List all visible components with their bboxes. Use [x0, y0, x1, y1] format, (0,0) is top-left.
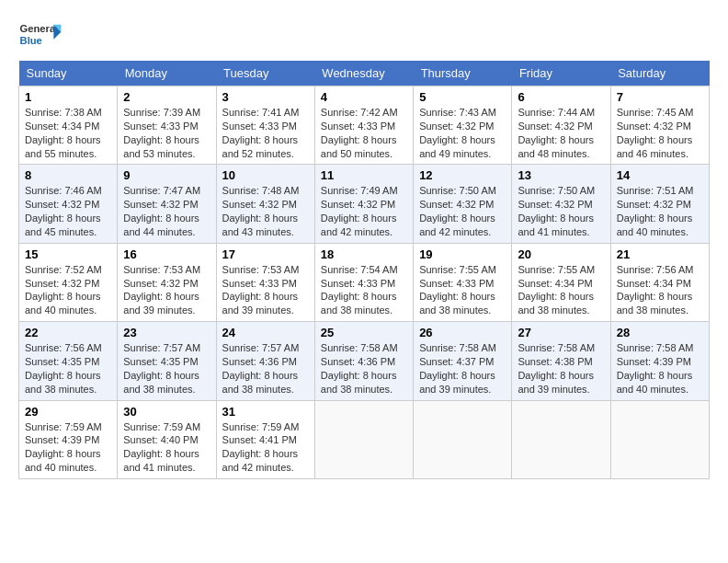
day-number: 25 [321, 326, 407, 339]
day-number: 13 [518, 168, 604, 182]
calendar-cell: 24 Sunrise: 7:57 AM Sunset: 4:36 PM Dayl… [216, 322, 314, 400]
day-number: 20 [518, 247, 604, 261]
calendar-cell: 6 Sunrise: 7:44 AM Sunset: 4:32 PM Dayli… [512, 86, 610, 165]
calendar-cell: 9 Sunrise: 7:47 AM Sunset: 4:32 PM Dayli… [118, 165, 216, 243]
weekday-header-thursday: Thursday [414, 61, 512, 86]
calendar-cell: 8 Sunrise: 7:46 AM Sunset: 4:32 PM Dayli… [19, 165, 118, 243]
calendar-cell: 26 Sunrise: 7:58 AM Sunset: 4:37 PM Dayl… [414, 322, 512, 400]
day-info: Sunrise: 7:52 AM Sunset: 4:32 PM Dayligh… [25, 264, 102, 316]
day-info: Sunrise: 7:56 AM Sunset: 4:35 PM Dayligh… [25, 342, 102, 395]
day-number: 29 [25, 405, 111, 419]
day-info: Sunrise: 7:55 AM Sunset: 4:34 PM Dayligh… [518, 264, 595, 316]
day-number: 24 [222, 326, 309, 339]
calendar-cell: 19 Sunrise: 7:55 AM Sunset: 4:33 PM Dayl… [414, 243, 512, 321]
day-info: Sunrise: 7:55 AM Sunset: 4:33 PM Dayligh… [419, 264, 496, 316]
day-info: Sunrise: 7:54 AM Sunset: 4:33 PM Dayligh… [321, 264, 398, 316]
day-number: 14 [617, 168, 703, 182]
day-info: Sunrise: 7:45 AM Sunset: 4:32 PM Dayligh… [617, 107, 694, 159]
day-number: 16 [123, 247, 210, 261]
calendar-cell: 14 Sunrise: 7:51 AM Sunset: 4:32 PM Dayl… [610, 165, 709, 243]
calendar-cell: 1 Sunrise: 7:38 AM Sunset: 4:34 PM Dayli… [19, 86, 118, 165]
day-info: Sunrise: 7:41 AM Sunset: 4:33 PM Dayligh… [222, 107, 300, 159]
calendar-cell: 31 Sunrise: 7:59 AM Sunset: 4:41 PM Dayl… [216, 400, 314, 478]
weekday-header-sunday: Sunday [19, 61, 118, 86]
calendar-cell: 23 Sunrise: 7:57 AM Sunset: 4:35 PM Dayl… [118, 322, 216, 400]
day-number: 30 [123, 405, 210, 419]
calendar-cell: 17 Sunrise: 7:53 AM Sunset: 4:33 PM Dayl… [216, 243, 314, 321]
day-number: 31 [222, 405, 309, 419]
day-number: 10 [222, 168, 309, 182]
day-info: Sunrise: 7:58 AM Sunset: 4:39 PM Dayligh… [617, 342, 694, 395]
calendar-cell [414, 400, 512, 478]
weekday-header-wednesday: Wednesday [314, 61, 413, 86]
day-number: 2 [123, 90, 210, 104]
day-number: 5 [419, 90, 506, 104]
day-number: 19 [419, 247, 506, 261]
calendar-cell [610, 400, 709, 478]
day-number: 11 [321, 168, 407, 182]
day-info: Sunrise: 7:47 AM Sunset: 4:32 PM Dayligh… [123, 185, 200, 237]
day-info: Sunrise: 7:58 AM Sunset: 4:38 PM Dayligh… [518, 342, 595, 395]
calendar-cell: 11 Sunrise: 7:49 AM Sunset: 4:32 PM Dayl… [314, 165, 413, 243]
day-info: Sunrise: 7:42 AM Sunset: 4:33 PM Dayligh… [321, 107, 398, 159]
calendar-cell: 27 Sunrise: 7:58 AM Sunset: 4:38 PM Dayl… [512, 322, 610, 400]
calendar-cell: 4 Sunrise: 7:42 AM Sunset: 4:33 PM Dayli… [314, 86, 413, 165]
day-number: 8 [25, 168, 111, 182]
svg-text:Blue: Blue [20, 35, 42, 46]
day-number: 27 [518, 326, 604, 339]
day-number: 23 [123, 326, 210, 339]
day-number: 12 [419, 168, 506, 182]
day-number: 6 [518, 90, 604, 104]
day-number: 3 [222, 90, 309, 104]
day-info: Sunrise: 7:53 AM Sunset: 4:33 PM Dayligh… [222, 264, 300, 316]
day-info: Sunrise: 7:59 AM Sunset: 4:41 PM Dayligh… [222, 421, 300, 474]
calendar-cell: 30 Sunrise: 7:59 AM Sunset: 4:40 PM Dayl… [118, 400, 216, 478]
calendar-cell: 21 Sunrise: 7:56 AM Sunset: 4:34 PM Dayl… [610, 243, 709, 321]
day-number: 21 [617, 247, 703, 261]
day-info: Sunrise: 7:39 AM Sunset: 4:33 PM Dayligh… [123, 107, 200, 159]
calendar-cell: 16 Sunrise: 7:53 AM Sunset: 4:32 PM Dayl… [118, 243, 216, 321]
calendar-table: SundayMondayTuesdayWednesdayThursdayFrid… [18, 61, 710, 479]
day-number: 4 [321, 90, 407, 104]
calendar-cell: 15 Sunrise: 7:52 AM Sunset: 4:32 PM Dayl… [19, 243, 118, 321]
day-number: 26 [419, 326, 506, 339]
day-info: Sunrise: 7:50 AM Sunset: 4:32 PM Dayligh… [419, 185, 496, 237]
day-info: Sunrise: 7:38 AM Sunset: 4:34 PM Dayligh… [25, 107, 102, 159]
day-info: Sunrise: 7:56 AM Sunset: 4:34 PM Dayligh… [617, 264, 694, 316]
calendar-cell: 18 Sunrise: 7:54 AM Sunset: 4:33 PM Dayl… [314, 243, 413, 321]
calendar-cell: 10 Sunrise: 7:48 AM Sunset: 4:32 PM Dayl… [216, 165, 314, 243]
page-header: General Blue [18, 18, 710, 52]
calendar-cell: 25 Sunrise: 7:58 AM Sunset: 4:36 PM Dayl… [314, 322, 413, 400]
day-number: 17 [222, 247, 309, 261]
calendar-cell: 20 Sunrise: 7:55 AM Sunset: 4:34 PM Dayl… [512, 243, 610, 321]
weekday-header-friday: Friday [512, 61, 610, 86]
day-number: 28 [617, 326, 703, 339]
calendar-cell: 5 Sunrise: 7:43 AM Sunset: 4:32 PM Dayli… [414, 86, 512, 165]
day-info: Sunrise: 7:57 AM Sunset: 4:36 PM Dayligh… [222, 342, 300, 395]
day-number: 18 [321, 247, 407, 261]
calendar-cell: 7 Sunrise: 7:45 AM Sunset: 4:32 PM Dayli… [610, 86, 709, 165]
calendar-cell [314, 400, 413, 478]
weekday-header-tuesday: Tuesday [216, 61, 314, 86]
calendar-cell: 29 Sunrise: 7:59 AM Sunset: 4:39 PM Dayl… [19, 400, 118, 478]
calendar-cell: 28 Sunrise: 7:58 AM Sunset: 4:39 PM Dayl… [610, 322, 709, 400]
day-info: Sunrise: 7:46 AM Sunset: 4:32 PM Dayligh… [25, 185, 102, 237]
day-info: Sunrise: 7:53 AM Sunset: 4:32 PM Dayligh… [123, 264, 200, 316]
day-info: Sunrise: 7:59 AM Sunset: 4:40 PM Dayligh… [123, 421, 200, 474]
day-number: 1 [25, 90, 111, 104]
day-info: Sunrise: 7:43 AM Sunset: 4:32 PM Dayligh… [419, 107, 496, 159]
day-info: Sunrise: 7:59 AM Sunset: 4:39 PM Dayligh… [25, 421, 102, 474]
calendar-cell: 2 Sunrise: 7:39 AM Sunset: 4:33 PM Dayli… [118, 86, 216, 165]
weekday-header-monday: Monday [118, 61, 216, 86]
day-number: 9 [123, 168, 210, 182]
day-info: Sunrise: 7:58 AM Sunset: 4:36 PM Dayligh… [321, 342, 398, 395]
day-info: Sunrise: 7:50 AM Sunset: 4:32 PM Dayligh… [518, 185, 595, 237]
calendar-cell: 3 Sunrise: 7:41 AM Sunset: 4:33 PM Dayli… [216, 86, 314, 165]
day-info: Sunrise: 7:49 AM Sunset: 4:32 PM Dayligh… [321, 185, 398, 237]
day-info: Sunrise: 7:51 AM Sunset: 4:32 PM Dayligh… [617, 185, 694, 237]
svg-text:General: General [20, 23, 59, 34]
logo-icon: General Blue [18, 18, 63, 52]
day-number: 7 [617, 90, 703, 104]
day-number: 15 [25, 247, 111, 261]
day-number: 22 [25, 326, 111, 339]
